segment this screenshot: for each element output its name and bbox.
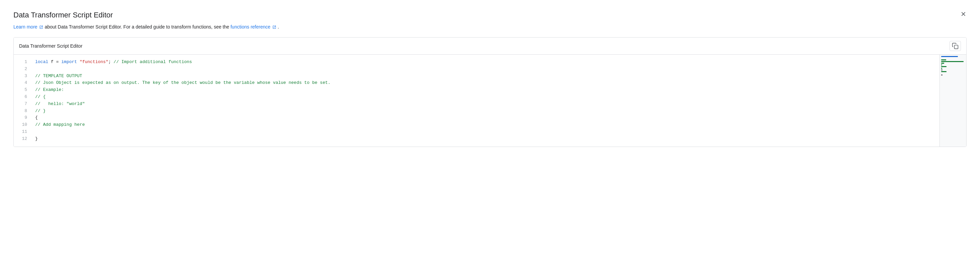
minimap-line xyxy=(941,73,965,74)
minimap-line xyxy=(941,56,958,57)
external-link-icon-2 xyxy=(272,25,276,29)
functions-reference-link[interactable]: functions reference xyxy=(231,24,278,29)
copy-button[interactable] xyxy=(950,41,961,51)
line-number: 9 xyxy=(19,114,27,122)
minimap-line xyxy=(941,68,942,69)
editor-title: Data Transformer Script Editor xyxy=(19,43,83,49)
code-line: // Example: xyxy=(35,86,961,94)
learn-more-label: Learn more xyxy=(13,24,38,29)
line-number: 2 xyxy=(19,66,27,73)
minimap-line xyxy=(941,74,942,75)
dialog-subtitle: Learn more about Data Transformer Script… xyxy=(13,24,967,30)
code-line: // Json Object is expected as on output.… xyxy=(35,80,961,86)
line-number: 4 xyxy=(19,80,27,86)
dialog: ✕ Data Transformer Script Editor Learn m… xyxy=(0,0,980,261)
minimap-line xyxy=(941,59,946,60)
minimap-line xyxy=(941,58,965,59)
minimap xyxy=(939,55,966,147)
line-number: 8 xyxy=(19,108,27,115)
functions-reference-label: functions reference xyxy=(231,24,270,29)
line-number: 6 xyxy=(19,94,27,101)
svg-rect-0 xyxy=(955,45,958,49)
code-line: // Add mapping here xyxy=(35,122,961,128)
line-number: 7 xyxy=(19,101,27,108)
code-line: // TEMPLATE OUTPUT xyxy=(35,73,961,80)
minimap-line xyxy=(941,66,947,67)
code-line: } xyxy=(35,136,961,143)
code-editor[interactable]: local f = import "functions"; // Import … xyxy=(30,55,966,147)
minimap-line xyxy=(941,69,942,70)
line-numbers: 123456789101112 xyxy=(14,55,30,147)
editor-container: Data Transformer Script Editor 123456789… xyxy=(13,37,967,147)
subtitle-suffix: . xyxy=(278,24,279,29)
code-line: local f = import "functions"; // Import … xyxy=(35,59,961,66)
code-line: // hello: "world" xyxy=(35,101,961,108)
code-line: // { xyxy=(35,94,961,101)
minimap-line xyxy=(941,64,942,66)
line-number: 1 xyxy=(19,59,27,66)
code-line: // } xyxy=(35,108,961,115)
copy-icon xyxy=(952,43,959,49)
minimap-line xyxy=(941,63,944,64)
line-number: 3 xyxy=(19,73,27,80)
close-icon: ✕ xyxy=(961,10,966,18)
code-line xyxy=(35,66,961,73)
line-number: 12 xyxy=(19,136,27,143)
minimap-line xyxy=(941,71,947,72)
page-title: Data Transformer Script Editor xyxy=(13,11,967,19)
external-link-icon xyxy=(39,25,43,29)
close-button[interactable]: ✕ xyxy=(957,8,969,20)
line-number: 10 xyxy=(19,122,27,128)
editor-header: Data Transformer Script Editor xyxy=(14,38,966,55)
subtitle-prefix: about Data Transformer Script Editor. Fo… xyxy=(45,24,231,29)
line-number: 11 xyxy=(19,128,27,136)
learn-more-link[interactable]: Learn more xyxy=(13,24,45,29)
editor-body[interactable]: 123456789101112 local f = import "functi… xyxy=(14,55,966,147)
line-number: 5 xyxy=(19,86,27,94)
code-line: { xyxy=(35,114,961,122)
code-line xyxy=(35,128,961,136)
minimap-line xyxy=(941,61,964,62)
